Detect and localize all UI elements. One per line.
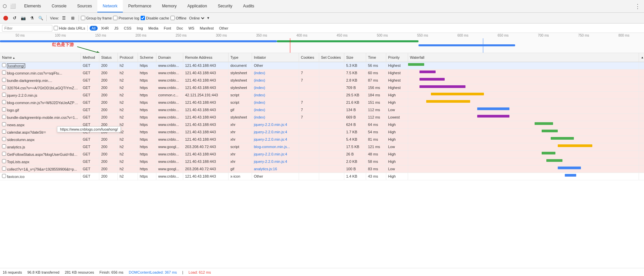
initiator-link[interactable]: blog-common.min.js... bbox=[254, 145, 290, 149]
table-row[interactable]: blog-common.min.js?v=W8J2DYaUeAZPX...GET… bbox=[0, 99, 644, 106]
col-header-status[interactable]: Status bbox=[99, 53, 117, 62]
disable-cache-checkbox[interactable] bbox=[141, 16, 145, 20]
throttling-select[interactable]: Online bbox=[188, 16, 205, 20]
filter-type-ws[interactable]: WS bbox=[186, 26, 196, 31]
col-header-type[interactable]: Type bbox=[228, 53, 252, 62]
hide-data-urls-checkbox[interactable] bbox=[54, 26, 58, 30]
row-checkbox[interactable] bbox=[2, 63, 6, 67]
tab-security[interactable]: Security bbox=[212, 0, 238, 12]
filter-button[interactable]: ⚗ bbox=[28, 14, 36, 22]
filter-type-all[interactable]: All bbox=[90, 26, 98, 31]
initiator-link[interactable]: (index) bbox=[254, 86, 265, 90]
initiator-link[interactable]: jquery-2.2.0.min.js:4 bbox=[254, 123, 287, 127]
filter-type-media[interactable]: Media bbox=[146, 26, 160, 31]
table-row[interactable]: favicon.icoGET200h2httpswww.cnblo...121.… bbox=[0, 173, 644, 180]
col-header-time[interactable]: Time bbox=[366, 53, 386, 62]
row-checkbox[interactable] bbox=[2, 78, 6, 82]
col-header-size[interactable]: Size bbox=[344, 53, 366, 62]
row-checkbox[interactable] bbox=[2, 137, 6, 141]
table-row[interactable]: GetFollowStatus.aspx?blogUserGuid=8d1...… bbox=[0, 150, 644, 158]
cursor-icon[interactable]: ⬡ bbox=[3, 3, 9, 9]
hide-data-urls-label[interactable]: Hide data URLs bbox=[54, 26, 85, 30]
offline-label[interactable]: Offline bbox=[170, 16, 187, 20]
more-tabs-button[interactable]: ⋮ bbox=[631, 0, 644, 12]
filter-input[interactable] bbox=[2, 25, 52, 32]
table-row[interactable]: analytics.jsGET200h2httpswww.googl...203… bbox=[0, 143, 644, 150]
row-checkbox[interactable] bbox=[2, 122, 6, 126]
camera-button[interactable]: 📷 bbox=[19, 14, 27, 22]
initiator-link[interactable]: jquery-2.2.0.min.js:4 bbox=[254, 137, 287, 141]
tab-performance[interactable]: Performance bbox=[123, 0, 157, 12]
row-checkbox[interactable] bbox=[2, 71, 6, 75]
col-header-name[interactable]: Name▲ bbox=[0, 53, 81, 62]
filter-type-css[interactable]: CSS bbox=[122, 26, 134, 31]
row-checkbox[interactable] bbox=[2, 107, 6, 111]
tab-network[interactable]: Network bbox=[97, 0, 123, 12]
initiator-link[interactable]: (index) bbox=[254, 108, 265, 112]
tab-console[interactable]: Console bbox=[46, 0, 72, 12]
row-checkbox[interactable] bbox=[2, 100, 6, 104]
row-checkbox[interactable] bbox=[2, 159, 6, 163]
filter-type-img[interactable]: Img bbox=[135, 26, 145, 31]
row-checkbox[interactable] bbox=[2, 144, 6, 148]
initiator-link[interactable]: (index) bbox=[254, 93, 265, 97]
table-row[interactable]: sidecolumn.aspxGET200h2httpswww.cnblo...… bbox=[0, 136, 644, 143]
initiator-link[interactable]: (index) bbox=[254, 78, 265, 82]
list-view-button[interactable]: ☰ bbox=[60, 14, 68, 22]
row-checkbox[interactable] bbox=[2, 130, 6, 134]
filter-type-manifest[interactable]: Manifest bbox=[198, 26, 216, 31]
row-checkbox[interactable] bbox=[2, 85, 6, 89]
row-checkbox[interactable] bbox=[2, 115, 6, 119]
initiator-link[interactable]: jquery-2.2.0.min.js:4 bbox=[254, 152, 287, 156]
group-by-frame-label[interactable]: Group by frame bbox=[81, 16, 112, 20]
col-header-cookies[interactable]: Cookies bbox=[299, 53, 319, 62]
col-header-initiator[interactable]: Initiator bbox=[252, 53, 299, 62]
tab-sources[interactable]: Sources bbox=[72, 0, 97, 12]
initiator-link[interactable]: (index) bbox=[254, 71, 265, 75]
filter-type-other[interactable]: Other bbox=[217, 26, 231, 31]
table-row[interactable]: jquery-2.2.0.min.jsGET200h2httpscommon.c… bbox=[0, 91, 644, 99]
table-row[interactable]: TopLists.aspxGET200h2httpswww.cnblo...12… bbox=[0, 158, 644, 165]
col-header-remote[interactable]: Remote Address bbox=[183, 53, 228, 62]
table-row[interactable]: 320764.css?v=+A/7GtOD1bLaGQTIYmZv1...GET… bbox=[0, 84, 644, 91]
table-row[interactable]: bundle-darkgreentrip-mobile.min.css?v=1.… bbox=[0, 113, 644, 121]
disable-cache-label[interactable]: Disable cache bbox=[141, 16, 169, 20]
initiator-link[interactable]: analytics.js:16 bbox=[254, 167, 277, 171]
filter-type-js[interactable]: JS bbox=[112, 26, 120, 31]
filter-type-font[interactable]: Font bbox=[162, 26, 173, 31]
offline-checkbox[interactable] bbox=[170, 16, 175, 20]
initiator-link[interactable]: (index) bbox=[254, 115, 265, 119]
initiator-link[interactable]: jquery-2.2.0.min.js:4 bbox=[254, 130, 287, 134]
tab-audits[interactable]: Audits bbox=[238, 0, 259, 12]
group-by-frame-checkbox[interactable] bbox=[81, 16, 85, 20]
col-header-scheme[interactable]: Scheme bbox=[138, 53, 156, 62]
row-checkbox[interactable] bbox=[2, 167, 6, 171]
initiator-link[interactable]: (index) bbox=[254, 100, 265, 104]
initiator-link[interactable]: jquery-2.2.0.min.js:4 bbox=[254, 159, 287, 164]
col-header-setcookies[interactable]: Set Cookies bbox=[319, 53, 344, 62]
col-header-method[interactable]: Method bbox=[81, 53, 99, 62]
col-header-protocol[interactable]: Protocol bbox=[117, 53, 138, 62]
refresh-button[interactable]: ↺ bbox=[11, 14, 18, 22]
tab-memory[interactable]: Memory bbox=[157, 0, 182, 12]
preserve-log-label[interactable]: Preserve log bbox=[113, 16, 139, 20]
table-row[interactable]: logo.gifGET200h2httpswww.cnblo...121.40.… bbox=[0, 106, 644, 113]
table-row[interactable]: bundle-darkgreentrip.min....GET200h2http… bbox=[0, 77, 644, 84]
tab-elements[interactable]: Elements bbox=[19, 0, 46, 12]
throttle-chevron[interactable]: ▼ bbox=[207, 16, 210, 20]
col-header-domain[interactable]: Domain bbox=[156, 53, 183, 62]
row-checkbox[interactable] bbox=[2, 174, 6, 178]
col-header-waterfall[interactable]: Waterfall bbox=[408, 53, 639, 62]
mobile-icon[interactable]: ⬜ bbox=[10, 3, 16, 9]
grid-view-button[interactable]: ⊞ bbox=[69, 14, 77, 22]
tab-application[interactable]: Application bbox=[182, 0, 212, 12]
table-row[interactable]: blog-common.min.css?v=sqiFtu...GET200h2h… bbox=[0, 69, 644, 77]
table-row[interactable]: collect?v=1&_v=j79&a=1928559906&t=p...GE… bbox=[0, 165, 644, 173]
filter-type-xhr[interactable]: XHR bbox=[99, 26, 111, 31]
preserve-log-checkbox[interactable] bbox=[113, 16, 117, 20]
filter-type-doc[interactable]: Doc bbox=[175, 26, 185, 31]
search-button[interactable]: 🔍 bbox=[37, 14, 44, 22]
row-checkbox[interactable] bbox=[2, 93, 6, 97]
table-row[interactable]: luoahong/GET200h2httpswww.cnblo...121.40… bbox=[0, 62, 644, 69]
col-header-priority[interactable]: Priority bbox=[386, 53, 408, 62]
